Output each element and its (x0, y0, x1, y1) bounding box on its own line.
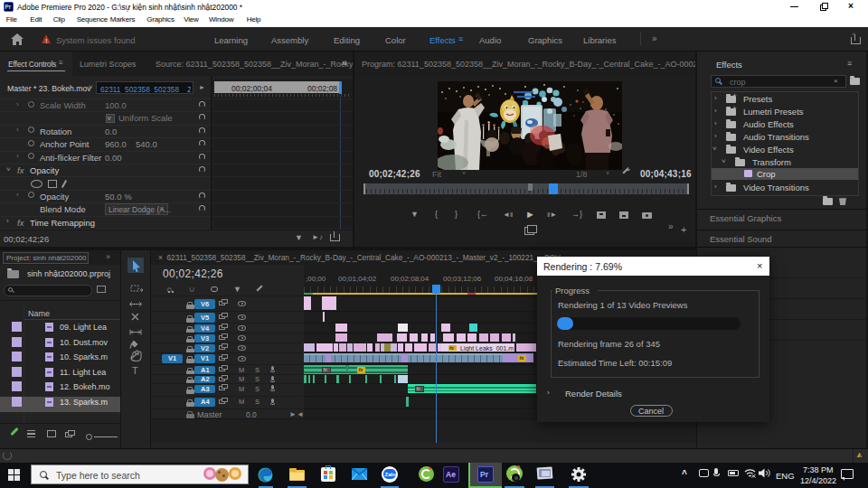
svg-text:T: T (132, 365, 138, 376)
